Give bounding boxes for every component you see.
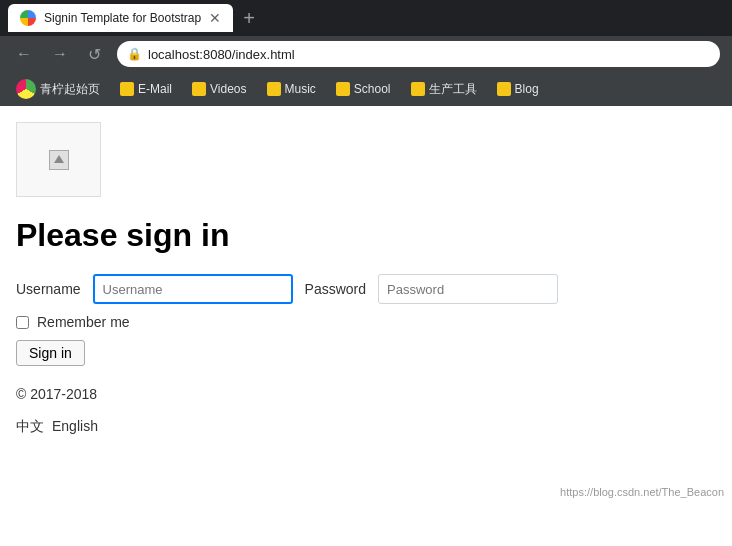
bookmark-videos[interactable]: Videos: [184, 78, 254, 100]
bookmark-favicon-icon: [16, 79, 36, 99]
username-label: Username: [16, 281, 81, 297]
bookmark-favicon-icon: [336, 82, 350, 96]
forward-button[interactable]: →: [48, 43, 72, 65]
bookmark-school[interactable]: School: [328, 78, 399, 100]
sign-in-button[interactable]: Sign in: [16, 340, 85, 366]
page-content: Please sign in Username Password Remembe…: [0, 106, 732, 506]
bookmark-label: Music: [285, 82, 316, 96]
tab-title: Signin Template for Bootstrap: [44, 11, 201, 25]
new-tab-button[interactable]: +: [243, 7, 255, 30]
lock-icon: 🔒: [127, 47, 142, 61]
password-input[interactable]: [378, 274, 558, 304]
browser-tab[interactable]: Signin Template for Bootstrap ✕: [8, 4, 233, 32]
bookmark-label: Blog: [515, 82, 539, 96]
bookmark-favicon-icon: [497, 82, 511, 96]
bookmark-qingning[interactable]: 青柠起始页: [8, 75, 108, 103]
bookmark-label: Videos: [210, 82, 246, 96]
bookmark-favicon-icon: [411, 82, 425, 96]
tab-close-button[interactable]: ✕: [209, 10, 221, 26]
address-bar[interactable]: 🔒 localhost:8080/index.html: [117, 41, 720, 67]
form-credentials-row: Username Password: [16, 274, 716, 304]
bookmark-label: School: [354, 82, 391, 96]
broken-image-icon: [49, 150, 69, 170]
bookmark-label: 生产工具: [429, 81, 477, 98]
bookmark-favicon-icon: [120, 82, 134, 96]
browser-titlebar: Signin Template for Bootstrap ✕ +: [0, 0, 732, 36]
page-title: Please sign in: [16, 217, 716, 254]
bookmark-favicon-icon: [192, 82, 206, 96]
bookmarks-bar: 青柠起始页 E-Mail Videos Music School 生产工具 Bl…: [0, 72, 732, 106]
footer-language: 中文 English: [16, 418, 716, 436]
remember-me-label: Remember me: [37, 314, 130, 330]
lang-chinese-link[interactable]: 中文: [16, 418, 44, 436]
back-button[interactable]: ←: [12, 43, 36, 65]
tab-favicon-icon: [20, 10, 36, 26]
bookmark-label: E-Mail: [138, 82, 172, 96]
bookmark-tools[interactable]: 生产工具: [403, 77, 485, 102]
remember-row: Remember me: [16, 314, 716, 330]
url-text: localhost:8080/index.html: [148, 47, 295, 62]
bookmark-label: 青柠起始页: [40, 81, 100, 98]
bookmark-email[interactable]: E-Mail: [112, 78, 180, 100]
footer-copyright: © 2017-2018: [16, 386, 716, 402]
refresh-button[interactable]: ↺: [84, 43, 105, 66]
bookmark-music[interactable]: Music: [259, 78, 324, 100]
remember-me-checkbox[interactable]: [16, 316, 29, 329]
csdn-watermark: https://blog.csdn.net/The_Beacon: [560, 486, 724, 498]
lang-english-link[interactable]: English: [52, 418, 98, 436]
bookmark-favicon-icon: [267, 82, 281, 96]
page-logo: [16, 122, 101, 197]
username-input[interactable]: [93, 274, 293, 304]
password-label: Password: [305, 281, 366, 297]
bookmark-blog[interactable]: Blog: [489, 78, 547, 100]
browser-addressbar: ← → ↺ 🔒 localhost:8080/index.html: [0, 36, 732, 72]
